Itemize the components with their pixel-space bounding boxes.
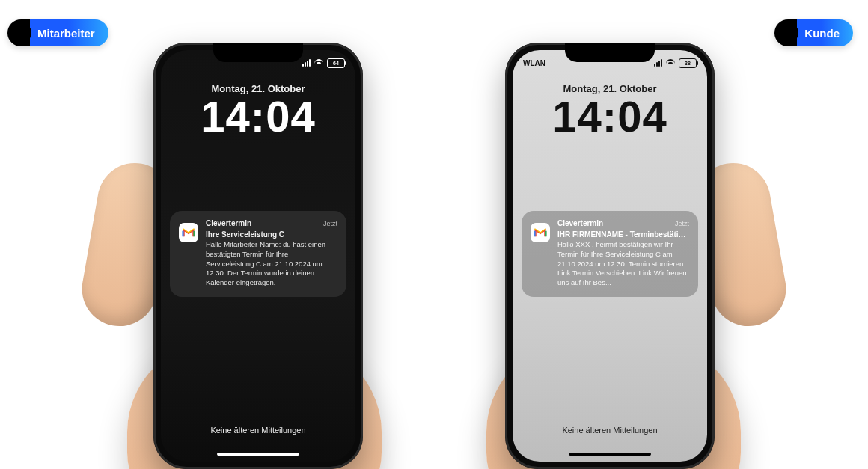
- notification-time: Jetzt: [323, 219, 337, 228]
- tag-dot: [777, 22, 798, 43]
- phone-notch: [213, 43, 303, 62]
- tag-mitarbeiter: Mitarbeiter: [7, 19, 109, 46]
- notification-app: Clevertermin: [557, 218, 603, 229]
- tag-label: Mitarbeiter: [37, 27, 95, 40]
- home-indicator[interactable]: [569, 453, 651, 456]
- battery-level: 38: [685, 61, 691, 66]
- notification-body: Clevertermin Jetzt IHR FIRMENNAME - Term…: [557, 218, 689, 288]
- hand-holding-phone-customer: WLAN 38 Montag, 21. Oktober 14:04: [449, 35, 771, 469]
- comparison-stage: Mitarbeiter Kunde 64 Montag: [0, 0, 868, 469]
- no-older-notifications: Keine älteren Mitteilungen: [161, 426, 355, 435]
- wifi-icon: [666, 59, 675, 67]
- notification-app: Clevertermin: [206, 218, 251, 229]
- signal-icon: [302, 59, 311, 67]
- phone-employee: 64 Montag, 21. Oktober 14:04 Clevertermi…: [153, 43, 363, 469]
- lockscreen-time: 14:04: [513, 91, 707, 141]
- phone-customer: WLAN 38 Montag, 21. Oktober 14:04: [505, 43, 715, 469]
- signal-icon: [654, 59, 662, 67]
- tag-dot: [10, 22, 31, 43]
- notification-time: Jetzt: [675, 219, 689, 228]
- tag-label: Kunde: [804, 27, 840, 40]
- notification-card[interactable]: Clevertermin Jetzt IHR FIRMENNAME - Term…: [522, 211, 698, 297]
- phone-notch: [565, 43, 655, 62]
- wifi-icon: [314, 59, 323, 67]
- no-older-notifications: Keine älteren Mitteilungen: [513, 426, 707, 435]
- lockscreen-customer: WLAN 38 Montag, 21. Oktober 14:04: [513, 50, 707, 462]
- gmail-icon: [179, 223, 198, 242]
- status-right: 64: [302, 58, 345, 68]
- lockscreen-time: 14:04: [161, 91, 355, 141]
- notification-message: Hallo XXX , heirmit bestätigen wir Ihr T…: [557, 240, 689, 288]
- battery-level: 64: [333, 61, 339, 66]
- notification-body: Clevertermin Jetzt Ihre Serviceleistung …: [206, 218, 337, 288]
- lockscreen-employee: 64 Montag, 21. Oktober 14:04 Clevertermi…: [161, 50, 355, 462]
- lockscreen-date: Montag, 21. Oktober: [513, 83, 707, 94]
- lockscreen-date: Montag, 21. Oktober: [161, 83, 355, 94]
- notification-card[interactable]: Clevertermin Jetzt Ihre Serviceleistung …: [170, 211, 346, 297]
- status-right: 38: [654, 58, 697, 68]
- notification-title: Ihre Serviceleistung C: [206, 230, 337, 240]
- gmail-icon: [531, 223, 550, 242]
- battery-icon: 38: [679, 58, 697, 68]
- notification-title: IHR FIRMENNAME - Terminbestätigung - Ih.…: [557, 230, 689, 240]
- tag-kunde: Kunde: [774, 19, 853, 46]
- notification-message: Hallo Mitarbeiter-Name: du hast einen be…: [206, 240, 337, 288]
- status-carrier: WLAN: [523, 59, 568, 67]
- battery-icon: 64: [327, 58, 345, 68]
- hand-holding-phone-employee: 64 Montag, 21. Oktober 14:04 Clevertermi…: [97, 35, 419, 469]
- home-indicator[interactable]: [217, 453, 299, 456]
